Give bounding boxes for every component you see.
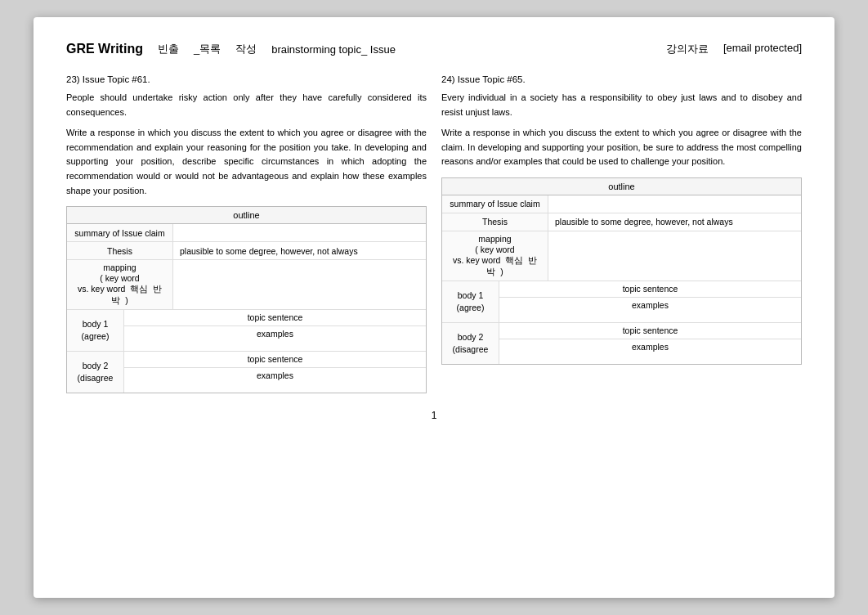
left-label-thesis: Thesis (67, 242, 173, 259)
right-label-summary: summary of Issue claim (442, 195, 548, 213)
left-row-summary: summary of Issue claim (67, 224, 426, 242)
header: GRE Writing 빈출 _목록 작성 brainstorming topi… (66, 42, 802, 56)
left-label-summary: summary of Issue claim (67, 224, 173, 241)
left-body2: body 2 (disagree topic sentence examples (67, 352, 426, 393)
right-instruction: Write a response in which you discuss th… (441, 126, 802, 169)
header-label2: _목록 (194, 42, 221, 56)
right-body2-topic: topic sentence (499, 323, 801, 339)
header-right1: 강의자료 (666, 42, 709, 56)
left-row-mapping: mapping ( key word vs. key word 핵심 반박 ) (67, 260, 426, 310)
right-sentence: Every individual in a society has a resp… (441, 91, 802, 119)
left-label-mapping: mapping ( key word vs. key word 핵심 반박 ) (67, 260, 173, 309)
right-body1-examples: examples (499, 298, 801, 322)
right-value-summary (548, 195, 801, 213)
left-body1-inner: topic sentence examples (124, 310, 426, 351)
right-body2-label: body 2 (disagree (442, 323, 499, 364)
right-body1-label: body 1 (agree) (442, 281, 499, 322)
right-outline: outline summary of Issue claim Thesis pl… (441, 177, 802, 365)
right-value-thesis: plausible to some degree, however, not a… (548, 213, 801, 231)
left-body1-label: body 1 (agree) (67, 310, 124, 351)
page-number: 1 (66, 410, 802, 421)
header-nav: brainstorming topic_ Issue (271, 43, 396, 56)
header-right: 강의자료 [email protected] (666, 42, 802, 56)
header-right2: [email protected] (723, 42, 802, 56)
left-value-mapping (173, 260, 426, 309)
right-value-mapping (548, 231, 801, 281)
content-area: 23) Issue Topic #61. People should under… (66, 74, 802, 393)
page-container: GRE Writing 빈출 _목록 작성 brainstorming topi… (34, 17, 834, 598)
right-row-thesis: Thesis plausible to some degree, however… (442, 213, 801, 231)
right-row-mapping: mapping ( key word vs. key word 핵심 반박 ) (442, 231, 801, 281)
left-sentence: People should undertake risky action onl… (66, 91, 427, 119)
left-topic-number: 23) Issue Topic #61. (66, 74, 427, 84)
left-column: 23) Issue Topic #61. People should under… (66, 74, 427, 393)
right-label-mapping: mapping ( key word vs. key word 핵심 반박 ) (442, 231, 548, 281)
right-body2-examples: examples (499, 339, 801, 364)
right-body1: body 1 (agree) topic sentence examples (442, 281, 801, 323)
left-body1: body 1 (agree) topic sentence examples (67, 310, 426, 352)
right-outline-header: outline (442, 178, 801, 195)
left-row-thesis: Thesis plausible to some degree, however… (67, 242, 426, 260)
left-body2-examples: examples (124, 368, 426, 393)
left-outline-header: outline (67, 207, 426, 224)
left-body1-topic: topic sentence (124, 310, 426, 326)
header-label3: 작성 (235, 42, 257, 56)
left-body2-label: body 2 (disagree (67, 352, 124, 393)
right-body1-topic: topic sentence (499, 281, 801, 298)
left-body1-examples: examples (124, 326, 426, 351)
right-body1-inner: topic sentence examples (499, 281, 801, 322)
header-title: GRE Writing (66, 42, 143, 56)
header-label1: 빈출 (158, 42, 179, 56)
right-body2: body 2 (disagree topic sentence examples (442, 323, 801, 364)
left-value-summary (173, 224, 426, 241)
right-label-thesis: Thesis (442, 213, 548, 231)
left-body2-topic: topic sentence (124, 352, 426, 368)
left-body2-inner: topic sentence examples (124, 352, 426, 393)
left-instruction: Write a response in which you discuss th… (66, 126, 427, 198)
right-body2-inner: topic sentence examples (499, 323, 801, 364)
right-column: 24) Issue Topic #65. Every individual in… (441, 74, 802, 393)
right-topic-number: 24) Issue Topic #65. (441, 74, 802, 84)
right-row-summary: summary of Issue claim (442, 195, 801, 213)
left-outline: outline summary of Issue claim Thesis pl… (66, 206, 427, 393)
left-value-thesis: plausible to some degree, however, not a… (173, 242, 426, 259)
